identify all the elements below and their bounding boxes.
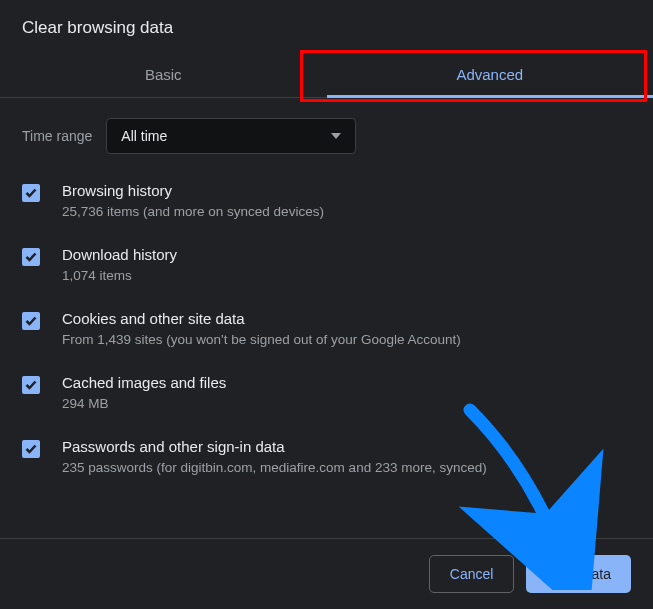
item-title: Cookies and other site data	[62, 310, 631, 327]
item-browsing-history: Browsing history 25,736 items (and more …	[22, 170, 631, 234]
tabs-container: Basic Advanced	[0, 52, 653, 98]
dialog-title: Clear browsing data	[0, 0, 653, 52]
item-title: Passwords and other sign-in data	[62, 438, 631, 455]
data-types-list: Browsing history 25,736 items (and more …	[0, 164, 653, 494]
item-title: Cached images and files	[62, 374, 631, 391]
tab-basic-label: Basic	[145, 66, 182, 83]
checkbox-cookies[interactable]	[22, 312, 40, 330]
chevron-down-icon	[331, 133, 341, 139]
item-subtitle: 1,074 items	[62, 267, 631, 286]
checkmark-icon	[24, 186, 38, 200]
checkbox-cached[interactable]	[22, 376, 40, 394]
cancel-button[interactable]: Cancel	[429, 555, 515, 593]
tab-advanced-label: Advanced	[456, 66, 523, 83]
checkmark-icon	[24, 378, 38, 392]
item-cookies: Cookies and other site data From 1,439 s…	[22, 298, 631, 362]
checkmark-icon	[24, 250, 38, 264]
item-passwords: Passwords and other sign-in data 235 pas…	[22, 426, 631, 490]
item-cached: Cached images and files 294 MB	[22, 362, 631, 426]
checkbox-passwords[interactable]	[22, 440, 40, 458]
clear-data-button[interactable]: Clear data	[526, 555, 631, 593]
checkmark-icon	[24, 442, 38, 456]
checkmark-icon	[24, 314, 38, 328]
item-subtitle: 294 MB	[62, 395, 631, 414]
checkbox-download-history[interactable]	[22, 248, 40, 266]
dialog-footer: Cancel Clear data	[0, 538, 653, 609]
item-title: Download history	[62, 246, 631, 263]
item-subtitle: 235 passwords (for digitbin.com, mediafi…	[62, 459, 631, 478]
item-autofill: Auto-fill form data	[22, 489, 631, 494]
tab-advanced[interactable]: Advanced	[327, 52, 654, 97]
timerange-row: Time range All time	[0, 98, 653, 164]
timerange-select[interactable]: All time	[106, 118, 356, 154]
item-download-history: Download history 1,074 items	[22, 234, 631, 298]
item-subtitle: 25,736 items (and more on synced devices…	[62, 203, 631, 222]
timerange-label: Time range	[22, 128, 92, 144]
checkbox-browsing-history[interactable]	[22, 184, 40, 202]
item-subtitle: From 1,439 sites (you won't be signed ou…	[62, 331, 631, 350]
item-title: Browsing history	[62, 182, 631, 199]
tab-basic[interactable]: Basic	[0, 52, 327, 97]
timerange-selected-value: All time	[121, 128, 167, 144]
